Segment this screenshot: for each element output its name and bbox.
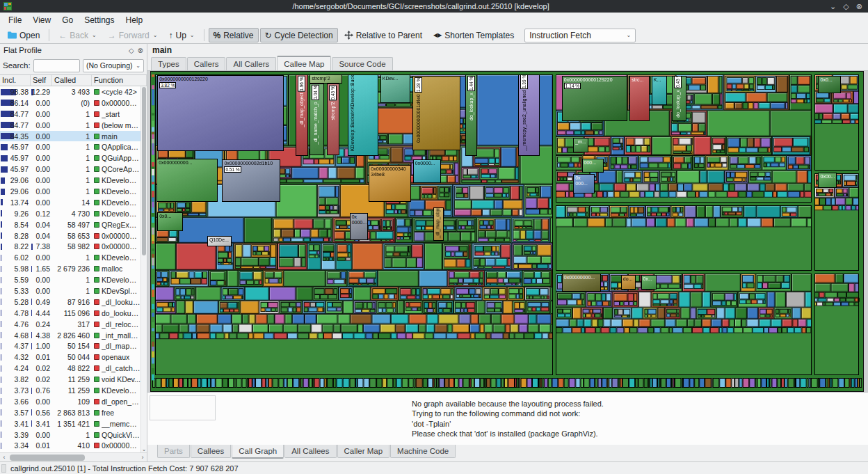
horizontal-scrollbar[interactable]: ‹ ›	[0, 452, 147, 461]
menu-go[interactable]: Go	[56, 14, 79, 26]
tab-parts[interactable]: Parts	[157, 445, 190, 458]
relative-toggle[interactable]: % Relative	[209, 28, 259, 42]
treemap-block[interactable]: KDev...	[380, 74, 410, 103]
treemap-block[interactable]: 0x0...	[818, 76, 841, 93]
table-row[interactable]: 5.280.4987 916_dl_lookup...	[0, 297, 140, 308]
treemap-block[interactable]: KDevelop::Bucket<KDevelop::Bucke...	[348, 74, 378, 156]
table-row[interactable]: 84.770.001(below mai...	[0, 120, 140, 131]
treemap-block[interactable]: _dl_map_obje...	[433, 207, 444, 241]
table-row[interactable]: 8.280.0458 6530x0000000...	[0, 230, 140, 242]
scroll-left-icon[interactable]: ‹	[0, 454, 8, 461]
table-row[interactable]: 45.970.001QGuiApplic...	[0, 152, 140, 164]
treemap-block[interactable]: Q10De...	[207, 236, 232, 246]
treemap-block[interactable]: 0x...	[641, 275, 657, 290]
table-row[interactable]: 3.660.00109dl_open_w...	[0, 396, 140, 407]
treemap-block[interactable]: _dl_map_object1.96 %	[296, 74, 308, 156]
treemap-block[interactable]: 0x00000000340 34be8	[369, 165, 410, 201]
table-row[interactable]: 3.340.014100x0000000...	[0, 441, 140, 452]
graph-birdseye[interactable]	[150, 395, 216, 420]
treemap-block[interactable]: _m...	[573, 138, 588, 152]
table-row[interactable]: 84.770.001_start	[0, 109, 140, 120]
treemap-block[interactable]: 0x00000000001292201.14 %	[562, 76, 627, 120]
table-row[interactable]: 13.740.0014KDevelop::...	[0, 197, 140, 208]
treemap-block[interactable]: 000...	[582, 159, 604, 173]
search-input[interactable]	[33, 59, 80, 72]
treemap-block[interactable]: do_lookup_x0.43 %	[672, 76, 687, 120]
column-self[interactable]: Self	[31, 75, 52, 86]
table-row[interactable]: 3.390.001QQuickVie...	[0, 429, 140, 441]
tab-types[interactable]: Types	[151, 57, 186, 70]
table-header[interactable]: Incl. Self Called Function	[0, 74, 147, 86]
table-row[interactable]: 4.320.0150 044openaux	[0, 351, 140, 363]
tab-all-callees[interactable]: All Callees	[284, 445, 336, 458]
tab-machine-code[interactable]: Machine Code	[390, 445, 456, 458]
forward-button[interactable]: → Forward ⌄	[103, 28, 163, 42]
treemap-block[interactable]: strcmp'2	[310, 74, 342, 84]
table-row[interactable]: 5.330.001KDevSplas...	[0, 285, 140, 297]
table-row[interactable]: 4.240.0248 822_dl_catch_...	[0, 363, 140, 374]
table-row[interactable]: 8.227.3858 9820x0000000...	[0, 241, 140, 252]
scrollbar-thumb[interactable]	[10, 455, 85, 461]
table-row[interactable]: 8.540.0458 497QRegExp::...	[0, 219, 140, 230]
cycle-detection-toggle[interactable]: ↻ Cycle Detection	[260, 28, 338, 42]
shorten-templates-toggle[interactable]: ◀▶ Shorten Templates	[428, 28, 519, 42]
relative-to-parent-toggle[interactable]: Relative to Parent	[339, 28, 427, 42]
tab-all-callers[interactable]: All Callers	[226, 57, 276, 70]
dock-titlebar[interactable]: Flat Profile ◇ ⊗	[0, 44, 147, 56]
treemap-block[interactable]: 0x 000...	[573, 174, 595, 193]
treemap-block[interactable]: 0x00000000002d1b100.51 %	[222, 159, 280, 202]
table-row[interactable]: 9.260.124 730KDevelop::...	[0, 208, 140, 219]
close-dock-icon[interactable]: ⊗	[138, 47, 143, 54]
treemap-block[interactable]: 0x0...	[157, 212, 183, 231]
back-button[interactable]: ← Back ⌄	[54, 28, 101, 42]
forward-dropdown-icon[interactable]: ⌄	[153, 32, 158, 38]
tab-caller-map[interactable]: Caller Map	[337, 445, 390, 458]
table-row[interactable]: 29.060.001KDevelop::...	[0, 186, 140, 197]
table-row[interactable]: 29.060.001KDevelop::...	[0, 175, 140, 186]
table-row[interactable]: 4.371.0050 154_dl_map_o...	[0, 340, 140, 351]
column-called[interactable]: Called	[52, 75, 92, 86]
table-row[interactable]: 98.3812.293 493<cycle 42>	[0, 86, 140, 97]
open-button[interactable]: Open	[3, 28, 45, 42]
treemap-block[interactable]: 0x000000000...	[156, 159, 218, 202]
column-incl[interactable]: Incl.	[0, 75, 31, 86]
treemap-block[interactable]: 0x00000000001292203.82 %	[157, 75, 284, 151]
vertical-scrollbar[interactable]: ⌄	[140, 86, 147, 452]
up-button[interactable]: ↑ Up ⌄	[163, 28, 199, 42]
menu-settings[interactable]: Settings	[79, 14, 120, 26]
table-row[interactable]: 5.981.652 679 236malloc	[0, 263, 140, 274]
table-row[interactable]: 45.970.001QApplicatio...	[0, 141, 140, 152]
treemap-block[interactable]: K...	[652, 76, 668, 104]
menu-help[interactable]: Help	[120, 14, 149, 26]
menu-view[interactable]: View	[27, 14, 56, 26]
treemap-block[interactable]: strcmp'20.43 %	[327, 84, 339, 155]
scrollbar-thumb[interactable]	[142, 87, 146, 255]
table-row[interactable]: 3.730.7611 259KDevelop::...	[0, 385, 140, 396]
treemap-block[interactable]: do...	[621, 275, 636, 290]
scroll-right-icon[interactable]: ›	[138, 454, 147, 461]
table-row[interactable]: 3.570.562 863 813free	[0, 407, 140, 418]
tab-callees[interactable]: Callees	[191, 445, 231, 458]
close-icon[interactable]: ⊗	[856, 0, 862, 13]
minimize-icon[interactable]: ⌄	[830, 0, 836, 13]
table-row[interactable]: 3.413.411 351 421__memcpy...	[0, 418, 140, 429]
treemap-block[interactable]: 0x00...	[818, 173, 837, 188]
column-function[interactable]: Function	[92, 75, 147, 86]
table-row[interactable]: 4.760.24317_dl_relocat...	[0, 319, 140, 330]
up-dropdown-icon[interactable]: ⌄	[190, 32, 195, 38]
table-row[interactable]: 4.684.382 826 460_int_mallo...	[0, 330, 140, 341]
treemap-block[interactable]: 0x 0000...	[350, 213, 369, 240]
table-row[interactable]: 5.590.001KDevelop::...	[0, 274, 140, 285]
treemap-block[interactable]: __memcpy_sse2_unaligned1.39 %	[518, 74, 540, 156]
table-row[interactable]: 84.350.001main	[0, 131, 140, 142]
back-dropdown-icon[interactable]: ⌄	[92, 32, 97, 38]
treemap-block[interactable]: do_lookup_x1.44 %	[465, 74, 477, 156]
menu-file[interactable]: File	[3, 14, 27, 26]
maximize-icon[interactable]: ◇	[843, 0, 849, 13]
tab-callers[interactable]: Callers	[187, 57, 226, 70]
table-row[interactable]: 4.784.44115 096do_lookup...	[0, 308, 140, 319]
treemap-block[interactable]: 0x0000...	[413, 159, 441, 183]
treemap-block[interactable]: 0x00000000...	[562, 274, 601, 292]
event-type-combobox[interactable]: Instruction Fetch ⌄	[524, 29, 636, 42]
tab-call-graph[interactable]: Call Graph	[232, 445, 284, 459]
